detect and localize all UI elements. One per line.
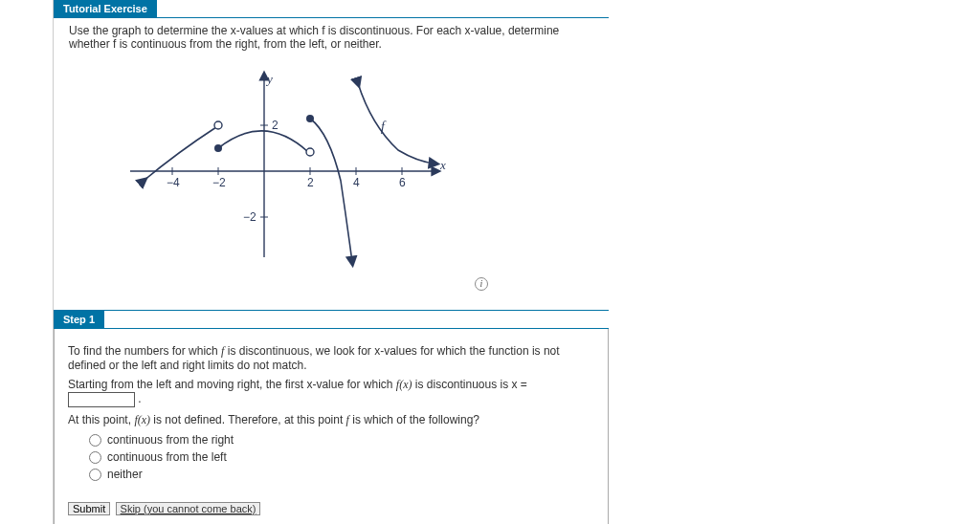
- p2-b: is discontinuous is x =: [412, 378, 526, 391]
- info-icon[interactable]: i: [475, 277, 488, 291]
- option-left[interactable]: continuous from the left: [89, 450, 594, 464]
- xtick-4: 4: [353, 176, 360, 189]
- option-right[interactable]: continuous from the right: [89, 433, 594, 447]
- fx-sym-1: f(x): [396, 378, 412, 391]
- step1-heading: Step 1: [54, 311, 104, 328]
- option-left-label: continuous from the left: [107, 450, 227, 464]
- ytick-2: 2: [272, 119, 278, 132]
- xtick--2: −2: [212, 176, 226, 189]
- ytick--2: −2: [243, 210, 256, 224]
- main-content: Tutorial Exercise Use the graph to deter…: [54, 0, 980, 524]
- tutorial-heading-row: Tutorial Exercise: [54, 0, 609, 18]
- button-row: Submit Skip (you cannot come back): [68, 502, 594, 515]
- fx-sym-2: f(x): [134, 413, 150, 426]
- xtick-6: 6: [399, 176, 406, 189]
- x-value-input[interactable]: [68, 392, 135, 407]
- left-gutter: [0, 0, 54, 524]
- instructions-text: Use the graph to determine the x-values …: [54, 18, 590, 56]
- step1-box: To find the numbers for which f is disco…: [54, 329, 609, 524]
- p3-a: At this point,: [68, 413, 134, 426]
- open-pt-2-1: [306, 148, 314, 156]
- graph-figure: −4 −2 2 4 6 2 −2 y x: [54, 56, 980, 310]
- radio-right[interactable]: [89, 434, 101, 447]
- step1-p3: At this point, f(x) is not defined. Ther…: [68, 413, 594, 427]
- p3-c: is which of the following?: [349, 413, 479, 426]
- function-label: f: [381, 120, 387, 134]
- p3-b: is not defined. Therefore, at this point: [150, 413, 346, 426]
- open-pt--2-2: [214, 121, 222, 129]
- xtick--4: −4: [167, 176, 180, 189]
- y-axis-label: y: [265, 72, 273, 86]
- p2-c: .: [138, 392, 141, 405]
- xtick-2: 2: [307, 176, 314, 189]
- option-right-label: continuous from the right: [107, 433, 234, 447]
- tutorial-heading: Tutorial Exercise: [54, 0, 157, 17]
- option-neither[interactable]: neither: [89, 468, 594, 481]
- submit-button[interactable]: Submit: [68, 502, 110, 515]
- skip-button[interactable]: Skip (you cannot come back): [116, 502, 261, 515]
- x-axis-label: x: [439, 158, 446, 172]
- p2-a: Starting from the left and moving right,…: [68, 378, 396, 391]
- step1-p2: Starting from the left and moving right,…: [68, 378, 594, 407]
- step1-heading-row: Step 1: [54, 310, 609, 329]
- radio-left[interactable]: [89, 451, 101, 464]
- radio-neither[interactable]: [89, 469, 101, 481]
- step1-p1: To find the numbers for which f is disco…: [68, 344, 594, 372]
- graph-svg: −4 −2 2 4 6 2 −2 y x: [111, 66, 456, 276]
- option-neither-label: neither: [107, 468, 143, 481]
- p1-a: To find the numbers for which: [68, 344, 221, 358]
